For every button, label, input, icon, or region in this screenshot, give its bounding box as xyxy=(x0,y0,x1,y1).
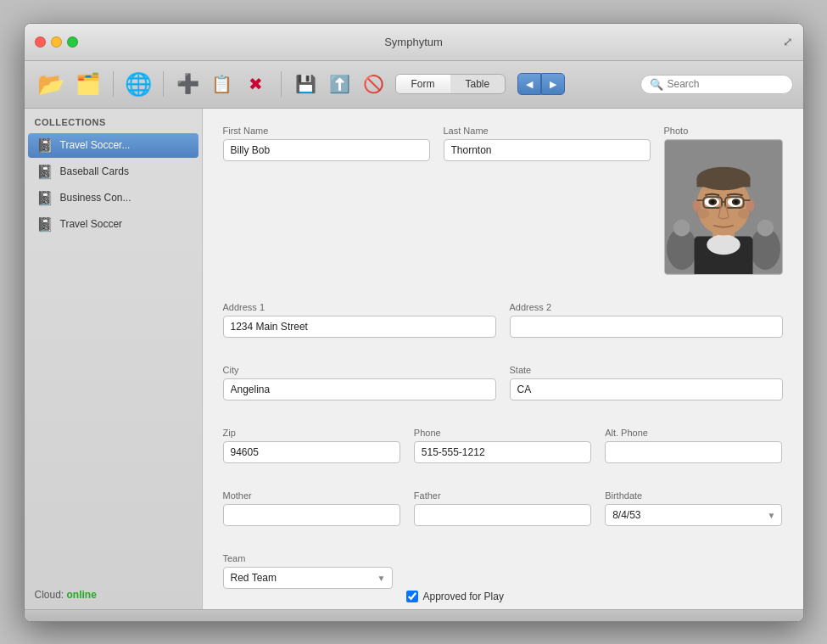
search-input[interactable] xyxy=(668,78,784,90)
traffic-lights xyxy=(35,36,78,48)
address1-group: Address 1 xyxy=(223,302,496,338)
svg-point-7 xyxy=(707,234,740,255)
birthdate-input[interactable] xyxy=(605,504,782,526)
last-name-group: Last Name xyxy=(444,126,651,161)
first-name-label: First Name xyxy=(223,126,430,136)
mother-group: Mother xyxy=(223,490,400,526)
sidebar-section-title: COLLECTIONS xyxy=(25,109,202,132)
search-icon: 🔍 xyxy=(650,78,663,91)
mother-input[interactable] xyxy=(223,504,400,526)
titlebar: Symphytum ⤢ xyxy=(25,24,803,61)
alt-phone-group: Alt. Phone xyxy=(605,428,782,463)
alt-phone-input[interactable] xyxy=(605,441,782,463)
last-name-label: Last Name xyxy=(444,126,651,136)
maximize-button[interactable] xyxy=(67,36,78,48)
sidebar-item-baseball-cards[interactable]: 📓 Baseball Cards xyxy=(28,160,198,184)
approved-group: Approved for Play xyxy=(406,572,504,602)
birthdate-wrapper: ▼ xyxy=(605,504,782,526)
father-group: Father xyxy=(414,490,591,526)
svg-point-18 xyxy=(734,200,737,204)
sync-button-2[interactable]: ⬆️ xyxy=(324,68,356,100)
minimize-button[interactable] xyxy=(51,36,62,48)
state-group: State xyxy=(510,365,783,400)
team-group: Team Red Team Blue Team Green Team ▼ xyxy=(223,553,393,589)
sidebar-item-travel-soccer[interactable]: 📓 Travel Soccer xyxy=(28,212,198,237)
sidebar-item-icon-3: 📓 xyxy=(36,190,53,206)
sidebar-item-travel-soccer-active[interactable]: 📓 Travel Soccer... xyxy=(28,133,198,158)
sidebar-item-icon: 📓 xyxy=(36,137,53,154)
main-window: Symphytum ⤢ 📂 🗂️ 🌐 ➕ 📋 ✖ 💾 ⬆️ 🚫 Form Tab… xyxy=(24,23,804,622)
form-row-5: Mother Father Birthdate ▼ xyxy=(223,490,783,540)
crud-buttons: ➕ 📋 ✖ xyxy=(172,68,272,100)
address2-input[interactable] xyxy=(510,316,783,338)
nav-prev-button[interactable]: ◀ xyxy=(517,73,541,95)
sync-button-3[interactable]: 🚫 xyxy=(358,68,390,100)
phone-label: Phone xyxy=(414,428,591,438)
toolbar-delete-icon[interactable]: 🗂️ xyxy=(72,68,104,100)
zip-group: Zip xyxy=(223,428,400,463)
table-view-button[interactable]: Table xyxy=(450,75,506,93)
toolbar-globe-icon[interactable]: 🌐 xyxy=(122,68,154,100)
form-content: First Name Last Name Photo xyxy=(203,109,803,609)
city-input[interactable] xyxy=(223,378,496,400)
first-name-group: First Name xyxy=(223,126,430,161)
sidebar-item-business-con[interactable]: 📓 Business Con... xyxy=(28,186,198,210)
cloud-label: Cloud: xyxy=(35,589,64,601)
search-box: 🔍 xyxy=(640,75,793,94)
last-name-input[interactable] xyxy=(444,139,651,161)
zip-input[interactable] xyxy=(223,441,400,463)
expand-button[interactable]: ⤢ xyxy=(783,35,793,48)
birthdate-label: Birthdate xyxy=(605,490,782,501)
photo-image xyxy=(665,139,782,275)
birthdate-group: Birthdate ▼ xyxy=(605,490,782,526)
father-input[interactable] xyxy=(414,504,591,526)
address1-input[interactable] xyxy=(223,316,496,338)
view-toggle: Form Table xyxy=(395,74,506,94)
window-title: Symphytum xyxy=(384,36,443,48)
bottom-bar xyxy=(25,609,803,621)
toolbar-doc-icon[interactable]: 📂 xyxy=(35,68,67,100)
team-label: Team xyxy=(223,553,393,563)
sync-button-1[interactable]: 💾 xyxy=(290,68,322,100)
form-row-6: Team Red Team Blue Team Green Team ▼ App… xyxy=(223,553,783,602)
cloud-status: online xyxy=(67,589,97,601)
approved-checkbox[interactable] xyxy=(406,591,418,602)
zip-label: Zip xyxy=(223,428,400,438)
new-record-button[interactable]: ➕ xyxy=(172,68,204,100)
delete-record-button[interactable]: ✖ xyxy=(240,68,272,100)
toolbar-sep2 xyxy=(163,71,164,97)
team-select[interactable]: Red Team Blue Team Green Team xyxy=(223,567,393,589)
svg-point-17 xyxy=(711,200,714,204)
state-input[interactable] xyxy=(510,378,783,400)
duplicate-record-button[interactable]: 📋 xyxy=(206,68,238,100)
form-row-4: Zip Phone Alt. Phone xyxy=(223,428,783,477)
toolbar-sep3 xyxy=(281,71,282,97)
close-button[interactable] xyxy=(35,36,46,48)
sidebar-spacer xyxy=(25,238,202,580)
mother-label: Mother xyxy=(223,490,400,501)
sync-buttons: 💾 ⬆️ 🚫 xyxy=(290,68,390,100)
form-row-1: First Name Last Name Photo xyxy=(223,126,783,288)
nav-next-button[interactable]: ▶ xyxy=(541,73,565,95)
svg-point-4 xyxy=(757,219,774,236)
sidebar-item-icon-4: 📓 xyxy=(36,216,53,232)
form-view-button[interactable]: Form xyxy=(396,75,450,93)
toolbar: 📂 🗂️ 🌐 ➕ 📋 ✖ 💾 ⬆️ 🚫 Form Table ◀ ▶ xyxy=(25,61,803,109)
nav-buttons: ◀ ▶ xyxy=(517,73,565,95)
alt-phone-label: Alt. Phone xyxy=(605,428,782,438)
first-name-input[interactable] xyxy=(223,139,430,161)
sidebar-item-icon-2: 📓 xyxy=(36,164,53,180)
svg-point-24 xyxy=(696,208,709,218)
father-label: Father xyxy=(414,490,591,501)
approved-label: Approved for Play xyxy=(423,591,504,602)
photo-box xyxy=(664,139,783,275)
form-row-3: City State xyxy=(223,365,783,414)
svg-rect-10 xyxy=(696,178,750,187)
state-label: State xyxy=(510,365,783,375)
team-select-wrapper: Red Team Blue Team Green Team ▼ xyxy=(223,567,393,589)
sidebar-item-label-2: Baseball Cards xyxy=(60,165,129,177)
sidebar-footer: Cloud: online xyxy=(25,580,202,609)
phone-input[interactable] xyxy=(414,441,591,463)
address2-label: Address 2 xyxy=(510,302,783,312)
toolbar-sep1 xyxy=(113,71,114,97)
